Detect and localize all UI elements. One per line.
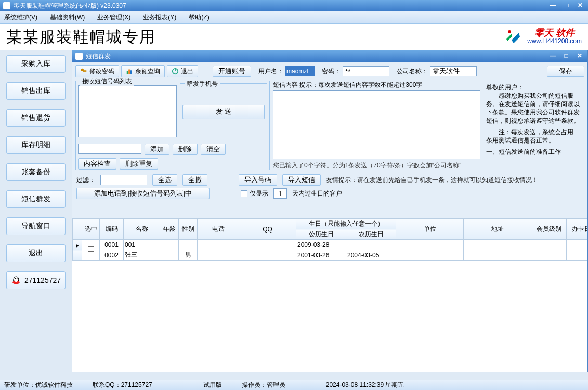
exit-button[interactable]: 退出 [167,65,198,77]
sms-minimize-icon[interactable]: — [547,51,558,60]
maximize-icon[interactable]: □ [561,1,572,9]
col-addr[interactable]: 地址 [464,219,531,240]
company-input[interactable] [430,66,477,76]
number-input[interactable] [78,144,141,154]
password-input[interactable] [343,66,389,76]
filter-label: 过滤： [76,176,95,185]
status-datetime: 2024-03-08 11:32:39 星期五 [326,381,404,389]
birthday-only-checkbox[interactable]: 仅显示 [241,189,268,198]
import-number-button[interactable]: 导入号码 [239,174,277,186]
sidebar-item-sale[interactable]: 销售出库 [6,82,66,100]
col-select[interactable]: 选中 [82,219,100,240]
svg-point-0 [508,30,511,33]
sidebar-item-return[interactable]: 销售退货 [6,109,66,127]
sidebar-item-purchase[interactable]: 采购入库 [6,55,66,73]
import-sms-button[interactable]: 导入短信 [282,174,321,186]
friendly-tip: 友情提示：请在发送前先给自己手机发一条，这样就可以知道短信接收情况！ [326,176,538,185]
add-phone-to-list-button[interactable]: 添加电话到|接收短信号码列表|中 [76,188,210,199]
status-contact: 联系QQ：271125727 [93,381,152,389]
banner: 某某服装鞋帽城专用 零天 软件 www.Lt441200.com [0,24,588,50]
recipient-list-textarea[interactable] [78,85,177,137]
delete-button[interactable]: 删除 [173,144,198,155]
sms-close-icon[interactable]: ✕ [574,51,585,60]
col-sex[interactable]: 性别 [179,219,198,240]
sms-titlebar: 短信群发 — □ ✕ [72,50,587,62]
content-check-button[interactable]: 内容检查 [78,158,116,170]
col-name[interactable]: 名称 [124,219,160,240]
birthday-suffix: 天内过生日的客户 [292,189,342,198]
logo-mark-icon [502,27,523,47]
password-label: 密码： [322,67,341,76]
svg-rect-7 [83,70,86,72]
svg-point-3 [14,277,18,282]
sms-app-icon [75,53,83,60]
menu-biz[interactable]: 业务管理(X) [97,13,130,22]
app-title: 零天服装鞋帽管理系统(专业版) v23.0307 [14,2,126,10]
sidebar-item-stock[interactable]: 库存明细 [6,136,66,154]
sidebar-item-sms[interactable]: 短信群发 [6,190,66,208]
col-birthday-group[interactable]: 生日（只能输入任意一个） [296,219,396,229]
sidebar-item-exit[interactable]: 退出 [6,244,66,262]
sms-maximize-icon[interactable]: □ [560,51,572,60]
menu-data[interactable]: 基础资料(W) [50,13,85,22]
save-button[interactable]: 保存 [547,66,584,77]
status-version: 试用版 [203,381,222,389]
close-icon[interactable]: ✕ [574,1,586,9]
select-all-button[interactable]: 全选 [152,174,177,186]
logo: 零天 软件 www.Lt441200.com [502,27,582,47]
sms-toolbar: 修改密码 余额查询 退出 开通账号 用户名： maomzf 密码： 公司名称： [75,64,584,79]
group-send-legend: 群发手机号 [185,80,220,88]
logo-text-top: 零天 软件 [527,29,582,37]
chart-icon [126,68,133,75]
days-input[interactable] [273,188,287,199]
customer-grid[interactable]: 选中 编码 名称 年龄 性别 电话 QQ 生日（只能输入任意一个） 单位 地址 … [72,218,587,372]
col-qq[interactable]: QQ [239,219,296,240]
power-icon [172,68,179,75]
col-card-date[interactable]: 办卡日期 [567,219,588,240]
message-textarea[interactable] [273,90,480,159]
col-lunar[interactable]: 农历生日 [346,229,396,240]
filter-input[interactable] [100,175,147,185]
message-panel: 短信内容 提示：每次发送短信内容字数不能超过300字 您已输入了0个字符。分为1… [273,81,480,170]
sms-title: 短信群发 [86,52,111,61]
clear-button[interactable]: 清空 [201,144,226,155]
menu-report[interactable]: 业务报表(Y) [143,13,176,22]
sidebar-item-backup[interactable]: 账套备份 [6,163,66,181]
col-phone[interactable]: 电话 [198,219,239,240]
col-solar[interactable]: 公历生日 [296,229,346,240]
send-button[interactable]: 发 送 [182,105,265,119]
change-password-button[interactable]: 修改密码 [75,65,119,77]
terms-p1: 感谢您购买我公司的短信服务。在发送短信前，请仔细阅读以下条款。果您使用我公司软件… [486,92,582,125]
col-age[interactable]: 年龄 [160,219,179,240]
username-input[interactable]: maomzf [285,66,315,76]
col-unit[interactable]: 单位 [396,219,464,240]
col-level[interactable]: 会员级别 [531,219,567,240]
menu-sys[interactable]: 系统维护(V) [4,13,37,22]
checkbox-icon[interactable] [88,241,94,247]
recipient-panel: 接收短信号码列表 群发手机号 发 送 添加 删除 [75,81,270,170]
table-row[interactable]: 0002 张三 男 2001-03-26 2004-03-05 [73,250,588,261]
svg-rect-8 [127,71,128,74]
table-row[interactable]: ▶ 0001 001 2009-03-28 [73,240,588,250]
balance-button[interactable]: 余额查询 [121,65,165,77]
key-icon [80,68,87,75]
status-operator: 操作员：管理员 [242,381,285,389]
char-count-status: 您已输入了0个字符。分为1条发送（70字符/条）字数会加“公司名称” [273,161,480,170]
checkbox-icon[interactable] [88,251,94,257]
sidebar: 采购入库 销售出库 销售退货 库存明细 账套备份 短信群发 导航窗口 退出 27… [0,50,72,380]
add-button[interactable]: 添加 [145,144,169,155]
banner-title: 某某服装鞋帽城专用 [6,27,156,48]
deselect-all-button[interactable]: 全撤 [182,174,207,186]
content-hint: 短信内容 提示：每次发送短信内容字数不能超过300字 [273,81,480,89]
dedup-button[interactable]: 删除重复 [120,158,158,170]
recipient-panel-legend: 接收短信号码列表 [80,77,134,86]
col-code[interactable]: 编码 [100,219,124,240]
open-account-button[interactable]: 开通账号 [213,66,251,77]
sidebar-item-nav[interactable]: 导航窗口 [6,217,66,235]
user-label: 用户名： [258,67,283,76]
group-send-panel: 群发手机号 发 送 [180,83,267,140]
sidebar-item-qq[interactable]: 271125727 [6,271,66,289]
minimize-icon[interactable]: — [547,1,559,9]
svg-point-5 [17,278,18,279]
menu-help[interactable]: 帮助(Z) [189,13,209,22]
